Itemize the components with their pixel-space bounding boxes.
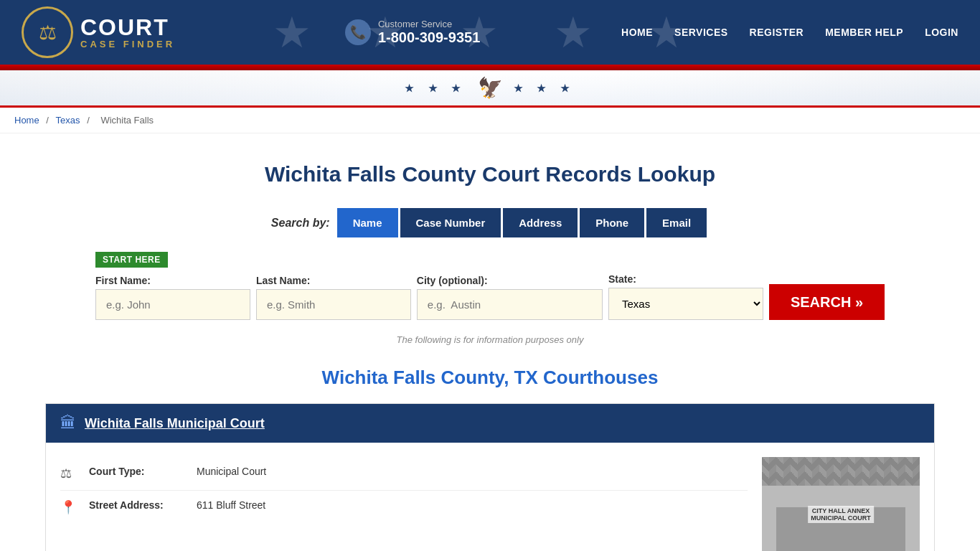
- main-content: Wichita Falls County Court Records Looku…: [24, 133, 956, 551]
- photo-caption: CITY HALL ANNEXMUNICIPAL COURT: [808, 506, 874, 523]
- court-type-value: Municipal Court: [197, 466, 266, 477]
- breadcrumb-sep-1: /: [46, 115, 51, 126]
- nav-register[interactable]: REGISTER: [750, 27, 804, 38]
- search-button[interactable]: SEARCH »: [769, 284, 885, 320]
- page-title: Wichita Falls County Court Records Looku…: [45, 162, 935, 187]
- search-form-row: First Name: Last Name: City (optional): …: [95, 273, 885, 320]
- breadcrumb-city: Wichita Falls: [100, 115, 154, 126]
- last-name-group: Last Name:: [256, 275, 411, 320]
- nav-login[interactable]: LOGIN: [925, 27, 958, 38]
- courthouse-photo: CITY HALL ANNEXMUNICIPAL COURT: [762, 457, 920, 551]
- last-name-label: Last Name:: [256, 275, 411, 286]
- courthouse-card-body: ⚖ Court Type: Municipal Court 📍 Street A…: [46, 443, 934, 551]
- first-name-label: First Name:: [95, 275, 250, 286]
- breadcrumb-sep-2: /: [87, 115, 92, 126]
- city-group: City (optional):: [417, 275, 603, 320]
- info-note: The following is for information purpose…: [45, 334, 935, 345]
- court-type-icon: ⚖: [60, 466, 82, 481]
- breadcrumb-home[interactable]: Home: [14, 115, 39, 126]
- breadcrumb: Home / Texas / Wichita Falls: [0, 108, 980, 133]
- court-type-row: ⚖ Court Type: Municipal Court: [60, 457, 748, 491]
- state-label: State:: [608, 273, 763, 285]
- city-label: City (optional):: [417, 275, 603, 286]
- start-here-badge: START HERE: [95, 252, 168, 268]
- street-address-row: 📍 Street Address: 611 Bluff Street: [60, 491, 748, 524]
- tab-email[interactable]: Email: [646, 208, 707, 237]
- tab-phone[interactable]: Phone: [580, 208, 644, 237]
- red-banner: [0, 65, 980, 70]
- court-type-label: Court Type:: [89, 466, 189, 477]
- logo-case-finder-label: CASE FINDER: [80, 39, 175, 50]
- first-name-group: First Name:: [95, 275, 250, 320]
- tab-address[interactable]: Address: [503, 208, 578, 237]
- logo-court-label: COURT: [80, 16, 169, 39]
- first-name-input[interactable]: [95, 289, 250, 320]
- eagle-area: ★ ★ ★ 🦅 ★ ★ ★: [405, 76, 576, 100]
- stars-left: ★ ★ ★: [405, 83, 467, 94]
- search-form-area: START HERE First Name: Last Name: City (…: [95, 252, 885, 320]
- customer-service-label: Customer Service: [378, 19, 480, 29]
- last-name-input[interactable]: [256, 289, 411, 320]
- header: ⚖ COURT CASE FINDER 📞 Customer Service 1…: [0, 0, 980, 65]
- courthouse-building-icon: 🏛: [60, 414, 76, 433]
- breadcrumb-state[interactable]: Texas: [56, 115, 80, 126]
- stars-right: ★ ★ ★: [514, 83, 576, 94]
- logo-area: ⚖ COURT CASE FINDER: [22, 6, 175, 58]
- customer-service: 📞 Customer Service 1-800-309-9351: [345, 19, 480, 46]
- nav-home[interactable]: HOME: [621, 27, 653, 38]
- main-nav: HOME SERVICES REGISTER MEMBER HELP LOGIN: [621, 27, 958, 38]
- state-select[interactable]: Texas Alabama Alaska Arizona Arkansas Ca…: [608, 288, 763, 320]
- phone-number: 1-800-309-9351: [378, 29, 480, 46]
- nav-member-help[interactable]: MEMBER HELP: [825, 27, 903, 38]
- state-group: State: Texas Alabama Alaska Arizona Arka…: [608, 273, 763, 320]
- eagle-banner: ★ ★ ★ 🦅 ★ ★ ★: [0, 70, 980, 108]
- street-address-label: Street Address:: [89, 499, 189, 511]
- logo-text: COURT CASE FINDER: [80, 16, 175, 50]
- courthouse-details: ⚖ Court Type: Municipal Court 📍 Street A…: [60, 457, 748, 551]
- logo-icon: ⚖: [22, 6, 73, 58]
- courthouse-card: 🏛 Wichita Falls Municipal Court ⚖ Court …: [45, 403, 935, 551]
- search-tabs: Search by: Name Case Number Address Phon…: [45, 208, 935, 237]
- search-by-label: Search by:: [271, 217, 330, 230]
- courthouse-name-link[interactable]: Wichita Falls Municipal Court: [85, 416, 265, 431]
- courthouses-title: Wichita Falls County, TX Courthouses: [45, 367, 935, 389]
- phone-icon: 📞: [345, 19, 371, 45]
- city-input[interactable]: [417, 289, 603, 320]
- courthouse-image: CITY HALL ANNEXMUNICIPAL COURT: [762, 457, 920, 551]
- courthouse-card-header: 🏛 Wichita Falls Municipal Court: [46, 404, 934, 443]
- street-address-value: 611 Bluff Street: [197, 499, 265, 511]
- tab-name[interactable]: Name: [337, 208, 398, 237]
- address-pin-icon: 📍: [60, 499, 82, 515]
- nav-services[interactable]: SERVICES: [674, 27, 728, 38]
- tab-case-number[interactable]: Case Number: [400, 208, 501, 237]
- eagle-icon: 🦅: [478, 76, 503, 100]
